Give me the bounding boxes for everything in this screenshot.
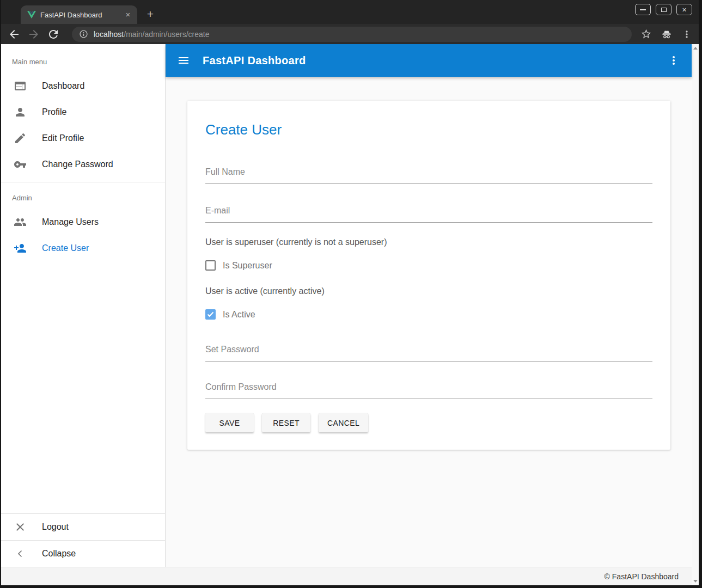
email-field-wrap bbox=[205, 204, 652, 223]
is-superuser-checkbox[interactable] bbox=[205, 260, 216, 271]
key-icon bbox=[14, 158, 27, 171]
page-title: Create User bbox=[205, 121, 652, 138]
sidebar-bottom: Logout Collapse bbox=[1, 513, 165, 567]
person-add-icon bbox=[14, 242, 27, 255]
sidebar-item-label: Edit Profile bbox=[42, 133, 84, 143]
cancel-button[interactable]: CANCEL bbox=[319, 413, 368, 432]
back-icon[interactable] bbox=[8, 28, 21, 41]
sidebar-item-dashboard[interactable]: Dashboard bbox=[1, 73, 165, 99]
sidebar-item-logout[interactable]: Logout bbox=[1, 514, 165, 540]
checkmark-icon bbox=[207, 311, 214, 317]
is-superuser-label: Is Superuser bbox=[223, 261, 272, 271]
copyright-text: © FastAPI Dashboard bbox=[605, 572, 679, 581]
sidebar-item-label: Logout bbox=[42, 522, 69, 532]
site-info-icon[interactable] bbox=[79, 29, 88, 39]
close-window-button[interactable]: × bbox=[676, 4, 692, 15]
tab-close-icon[interactable]: × bbox=[123, 10, 133, 20]
dashboard-icon bbox=[14, 79, 27, 93]
browser-titlebar: FastAPI Dashboard × + × bbox=[1, 0, 699, 24]
sidebar-item-label: Create User bbox=[42, 243, 89, 253]
set-password-input[interactable] bbox=[205, 342, 652, 361]
active-checkbox-row: Is Active bbox=[205, 309, 652, 320]
vue-logo-icon bbox=[27, 10, 36, 19]
window-controls: × bbox=[635, 4, 692, 15]
full-name-field-wrap bbox=[205, 165, 652, 184]
sidebar-item-label: Dashboard bbox=[42, 81, 84, 91]
sidebar-divider bbox=[1, 182, 165, 182]
sidebar-item-manage-users[interactable]: Manage Users bbox=[1, 209, 165, 235]
create-user-card: Create User User is superuser (currently… bbox=[187, 101, 670, 450]
new-tab-button[interactable]: + bbox=[144, 8, 157, 21]
form-buttons: SAVE RESET CANCEL bbox=[205, 413, 652, 432]
superuser-hint: User is superuser (currently is not a su… bbox=[205, 237, 652, 247]
sidebar-item-create-user[interactable]: Create User bbox=[1, 235, 165, 261]
sidebar-item-label: Manage Users bbox=[42, 217, 99, 227]
browser-toolbar: localhost/main/admin/users/create bbox=[1, 24, 699, 44]
person-icon bbox=[14, 106, 27, 119]
active-hint: User is active (currently active) bbox=[205, 286, 652, 296]
forward-icon[interactable] bbox=[27, 28, 40, 41]
is-active-checkbox[interactable] bbox=[205, 309, 216, 320]
sidebar-section-main-menu: Main menu bbox=[1, 44, 165, 73]
url-host: localhost bbox=[94, 30, 124, 39]
password-field-wrap bbox=[205, 342, 652, 362]
main-area: FastAPI Dashboard Create User bbox=[166, 44, 692, 567]
is-active-label: Is Active bbox=[223, 310, 255, 320]
email-input[interactable] bbox=[205, 204, 652, 222]
sidebar-section-admin: Admin bbox=[1, 187, 165, 209]
scroll-up-icon[interactable] bbox=[693, 47, 698, 50]
appbar-title: FastAPI Dashboard bbox=[203, 54, 306, 67]
sidebar: Main menu Dashboard Profile Edit Profile bbox=[1, 44, 166, 567]
people-icon bbox=[14, 216, 27, 229]
sidebar-item-label: Profile bbox=[42, 107, 66, 117]
tab-title: FastAPI Dashboard bbox=[40, 11, 123, 19]
confirm-password-input[interactable] bbox=[205, 380, 652, 399]
appbar-more-icon[interactable] bbox=[667, 54, 680, 67]
content-area: Create User User is superuser (currently… bbox=[166, 77, 692, 567]
close-icon: × bbox=[682, 6, 686, 14]
sidebar-item-label: Collapse bbox=[42, 549, 76, 559]
url-text: localhost/main/admin/users/create bbox=[94, 30, 209, 39]
pencil-icon bbox=[14, 132, 27, 145]
reload-icon[interactable] bbox=[47, 28, 60, 41]
superuser-checkbox-row: Is Superuser bbox=[205, 260, 652, 271]
maximize-button[interactable] bbox=[656, 4, 672, 15]
sidebar-item-label: Change Password bbox=[42, 160, 113, 169]
web-page: Main menu Dashboard Profile Edit Profile bbox=[1, 44, 699, 585]
maximize-icon bbox=[661, 8, 667, 12]
page-scrollbar[interactable] bbox=[692, 44, 699, 585]
url-path: /main/admin/users/create bbox=[124, 30, 209, 39]
browser-menu-icon[interactable] bbox=[681, 29, 692, 40]
incognito-icon bbox=[661, 28, 673, 40]
scroll-down-icon[interactable] bbox=[693, 580, 698, 583]
page-footer: © FastAPI Dashboard bbox=[1, 567, 692, 585]
full-name-input[interactable] bbox=[205, 165, 652, 183]
sidebar-item-collapse[interactable]: Collapse bbox=[1, 541, 165, 567]
appbar: FastAPI Dashboard bbox=[166, 44, 692, 77]
sidebar-item-change-password[interactable]: Change Password bbox=[1, 151, 165, 177]
save-button[interactable]: SAVE bbox=[205, 413, 254, 432]
close-icon bbox=[14, 520, 27, 534]
browser-tab[interactable]: FastAPI Dashboard × bbox=[21, 5, 137, 24]
toolbar-right bbox=[640, 28, 692, 40]
sidebar-item-profile[interactable]: Profile bbox=[1, 99, 165, 125]
address-bar[interactable]: localhost/main/admin/users/create bbox=[72, 27, 632, 42]
hamburger-menu-icon[interactable] bbox=[177, 54, 190, 67]
sidebar-item-edit-profile[interactable]: Edit Profile bbox=[1, 125, 165, 151]
minimize-button[interactable] bbox=[635, 4, 651, 15]
minimize-icon bbox=[640, 9, 646, 10]
bookmark-star-icon[interactable] bbox=[640, 28, 652, 40]
reset-button[interactable]: RESET bbox=[262, 413, 310, 432]
chevron-left-icon bbox=[14, 547, 27, 560]
confirm-password-field-wrap bbox=[205, 380, 652, 399]
browser-window: FastAPI Dashboard × + × localhost/main/a… bbox=[0, 0, 702, 588]
